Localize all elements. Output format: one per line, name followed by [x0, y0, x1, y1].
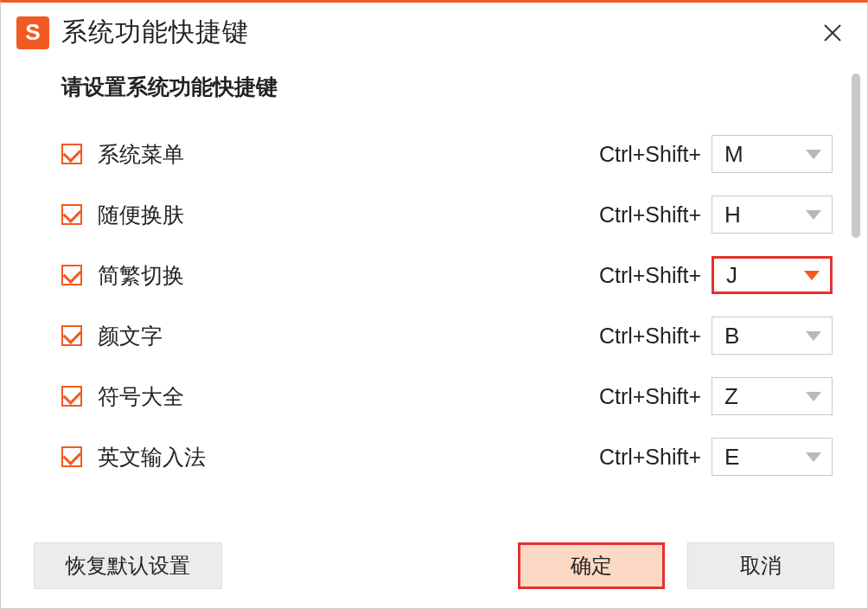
- row-label: 英文输入法: [98, 443, 599, 471]
- row-label: 符号大全: [98, 382, 599, 411]
- dialog-window: S 系统功能快捷键 请设置系统功能快捷键 系统菜单 Ctrl+Shift+ M …: [0, 0, 868, 609]
- key-prefix: Ctrl+Shift+: [599, 445, 701, 470]
- select-value: H: [724, 202, 741, 228]
- select-value: M: [724, 141, 744, 168]
- chevron-down-icon: [806, 452, 821, 462]
- hotkey-row: 英文输入法 Ctrl+Shift+ E: [61, 426, 833, 487]
- title-left: S 系统功能快捷键: [16, 15, 249, 50]
- scrollbar-thumb[interactable]: [852, 74, 860, 238]
- close-icon: [823, 23, 842, 42]
- checkbox-english-ime[interactable]: [61, 446, 82, 467]
- key-select-system-menu[interactable]: M: [712, 135, 833, 173]
- row-label: 系统菜单: [98, 140, 599, 169]
- spacer: [245, 542, 495, 589]
- key-prefix: Ctrl+Shift+: [599, 384, 701, 409]
- cancel-button[interactable]: 取消: [687, 542, 834, 589]
- ok-button[interactable]: 确定: [518, 542, 665, 589]
- row-label: 简繁切换: [98, 261, 599, 290]
- titlebar: S 系统功能快捷键: [1, 3, 867, 57]
- chevron-down-icon: [806, 392, 821, 401]
- key-select-english-ime[interactable]: E: [712, 438, 833, 476]
- chevron-down-icon: [806, 150, 821, 159]
- content-area: 请设置系统功能快捷键 系统菜单 Ctrl+Shift+ M 随便换肤 Ctrl+…: [1, 57, 867, 524]
- hotkey-row: 符号大全 Ctrl+Shift+ Z: [61, 366, 833, 426]
- key-prefix: Ctrl+Shift+: [599, 324, 701, 349]
- chevron-down-icon: [804, 271, 820, 280]
- checkbox-kaomoji[interactable]: [61, 325, 82, 346]
- row-label: 颜文字: [98, 322, 599, 350]
- key-select-symbols[interactable]: Z: [712, 377, 833, 415]
- chevron-down-icon: [806, 210, 821, 220]
- key-select-random-skin[interactable]: H: [712, 196, 833, 234]
- restore-default-button[interactable]: 恢复默认设置: [34, 542, 222, 589]
- checkbox-symbols[interactable]: [61, 386, 82, 407]
- select-value: B: [724, 323, 739, 349]
- footer: 恢复默认设置 确定 取消: [1, 542, 867, 589]
- select-value: J: [726, 262, 737, 289]
- hotkey-row: 随便换肤 Ctrl+Shift+ H: [61, 184, 833, 245]
- checkbox-random-skin[interactable]: [61, 204, 82, 225]
- key-select-trad-simp-toggle[interactable]: J: [712, 256, 833, 294]
- hotkey-row: 颜文字 Ctrl+Shift+ B: [61, 305, 833, 366]
- close-button[interactable]: [815, 16, 850, 50]
- select-value: E: [724, 444, 739, 471]
- row-label: 随便换肤: [98, 201, 599, 229]
- app-logo-icon: S: [16, 16, 49, 49]
- key-prefix: Ctrl+Shift+: [599, 142, 701, 167]
- key-prefix: Ctrl+Shift+: [599, 263, 701, 288]
- subtitle: 请设置系统功能快捷键: [61, 73, 833, 101]
- hotkey-row: 简繁切换 Ctrl+Shift+ J: [61, 245, 833, 305]
- checkbox-system-menu[interactable]: [61, 144, 82, 164]
- key-select-kaomoji[interactable]: B: [712, 317, 833, 355]
- key-prefix: Ctrl+Shift+: [599, 202, 701, 228]
- window-title: 系统功能快捷键: [61, 15, 249, 50]
- select-value: Z: [724, 383, 738, 410]
- hotkey-row: 系统菜单 Ctrl+Shift+ M: [61, 124, 833, 184]
- chevron-down-icon: [806, 331, 821, 341]
- checkbox-trad-simp-toggle[interactable]: [61, 265, 82, 285]
